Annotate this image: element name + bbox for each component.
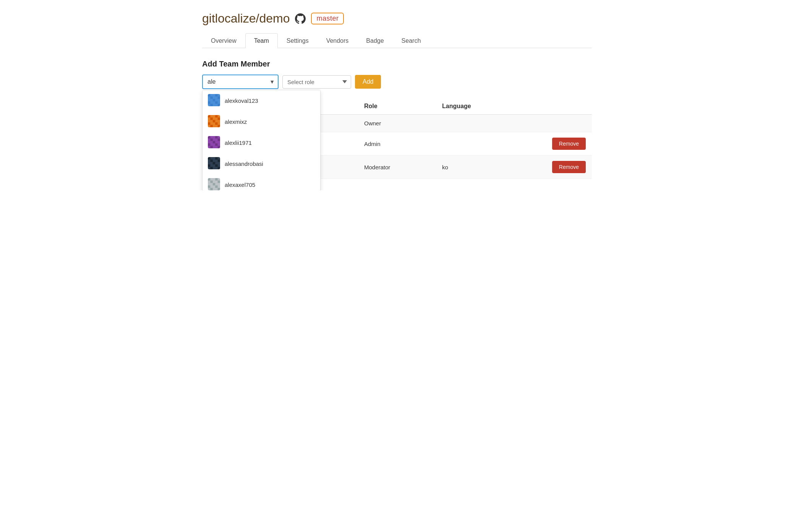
- cell-role: Owner: [358, 115, 436, 132]
- svg-rect-27: [215, 143, 217, 146]
- dropdown-user-item[interactable]: alexmixz: [203, 111, 320, 132]
- user-dropdown: alexkoval123 alexmixz alexlii1971 alessa…: [202, 90, 321, 190]
- svg-rect-47: [215, 185, 217, 188]
- svg-rect-46: [208, 185, 210, 188]
- branch-badge: master: [311, 13, 344, 24]
- cell-action: Remove: [514, 132, 592, 156]
- svg-rect-4: [218, 96, 220, 99]
- svg-rect-38: [210, 167, 212, 169]
- cell-action: [514, 115, 592, 132]
- cell-action: Remove: [514, 156, 592, 179]
- svg-rect-8: [210, 104, 212, 106]
- remove-button[interactable]: Remove: [552, 138, 586, 150]
- svg-rect-35: [213, 162, 215, 164]
- repo-header: gitlocalize/demo master: [202, 11, 592, 26]
- svg-rect-32: [215, 157, 217, 159]
- svg-rect-49: [218, 188, 220, 190]
- user-avatar: [208, 178, 220, 190]
- tab-team[interactable]: Team: [245, 33, 278, 48]
- cell-role: Admin: [358, 132, 436, 156]
- cell-role: Moderator: [358, 156, 436, 179]
- remove-button[interactable]: Remove: [552, 161, 586, 173]
- github-icon: [295, 13, 306, 24]
- svg-rect-39: [218, 167, 220, 169]
- col-actions: [514, 98, 592, 115]
- tab-overview[interactable]: Overview: [202, 33, 245, 48]
- svg-rect-29: [218, 146, 220, 148]
- svg-rect-26: [208, 143, 210, 146]
- add-member-form: ▼ alexkoval123 alexmixz alexlii1971 ales…: [202, 75, 592, 89]
- svg-rect-19: [218, 125, 220, 127]
- svg-rect-25: [213, 141, 215, 143]
- svg-rect-15: [213, 120, 215, 122]
- svg-rect-11: [208, 115, 210, 117]
- svg-rect-22: [215, 136, 217, 138]
- dropdown-user-item[interactable]: alexkoval123: [203, 90, 320, 111]
- svg-rect-37: [215, 164, 217, 167]
- svg-rect-23: [210, 138, 212, 141]
- svg-rect-9: [218, 104, 220, 106]
- cell-language: ko: [436, 156, 514, 179]
- dropdown-user-item[interactable]: alexlii1971: [203, 132, 320, 153]
- svg-rect-34: [218, 159, 220, 162]
- svg-rect-43: [210, 180, 212, 183]
- svg-rect-7: [215, 101, 217, 104]
- svg-rect-2: [215, 94, 217, 96]
- section-title: Add Team Member: [202, 60, 592, 68]
- svg-rect-28: [210, 146, 212, 148]
- role-select[interactable]: Select role Owner Admin Moderator Transl…: [282, 75, 351, 89]
- svg-rect-21: [208, 136, 210, 138]
- dropdown-user-item[interactable]: alexaxel705: [203, 174, 320, 190]
- nav-tabs: Overview Team Settings Vendors Badge Sea…: [202, 33, 592, 48]
- user-username: alexaxel705: [225, 182, 255, 188]
- svg-rect-24: [218, 138, 220, 141]
- svg-rect-33: [210, 159, 212, 162]
- user-avatar: [208, 136, 220, 149]
- svg-rect-36: [208, 164, 210, 167]
- svg-rect-18: [210, 125, 212, 127]
- col-role: Role: [358, 98, 436, 115]
- add-button[interactable]: Add: [355, 75, 381, 89]
- user-avatar: [208, 94, 220, 107]
- user-username: alexmixz: [225, 118, 247, 125]
- svg-rect-41: [208, 178, 210, 180]
- user-avatar: [208, 115, 220, 128]
- tab-search[interactable]: Search: [393, 33, 430, 48]
- tab-vendors[interactable]: Vendors: [318, 33, 358, 48]
- svg-rect-44: [218, 180, 220, 183]
- svg-rect-16: [208, 122, 210, 125]
- user-username: alessandrobasi: [225, 161, 263, 167]
- svg-rect-42: [215, 178, 217, 180]
- col-language: Language: [436, 98, 514, 115]
- user-username: alexlii1971: [225, 139, 252, 146]
- svg-rect-45: [213, 183, 215, 185]
- svg-rect-17: [215, 122, 217, 125]
- svg-rect-48: [210, 188, 212, 190]
- dropdown-user-item[interactable]: alessandrobasi: [203, 153, 320, 174]
- user-username: alexkoval123: [225, 97, 258, 104]
- svg-rect-6: [208, 101, 210, 104]
- cell-language: [436, 115, 514, 132]
- svg-rect-12: [215, 115, 217, 117]
- user-search-wrapper: ▼ alexkoval123 alexmixz alexlii1971 ales…: [202, 75, 279, 89]
- cell-language: [436, 132, 514, 156]
- svg-rect-3: [210, 96, 212, 99]
- svg-rect-1: [208, 94, 210, 96]
- svg-rect-31: [208, 157, 210, 159]
- repo-title: gitlocalize/demo: [202, 11, 290, 26]
- user-search-input[interactable]: [202, 75, 279, 89]
- user-avatar: [208, 157, 220, 170]
- svg-rect-13: [210, 117, 212, 120]
- tab-badge[interactable]: Badge: [357, 33, 392, 48]
- svg-rect-5: [213, 99, 215, 101]
- tab-settings[interactable]: Settings: [278, 33, 318, 48]
- svg-rect-14: [218, 117, 220, 120]
